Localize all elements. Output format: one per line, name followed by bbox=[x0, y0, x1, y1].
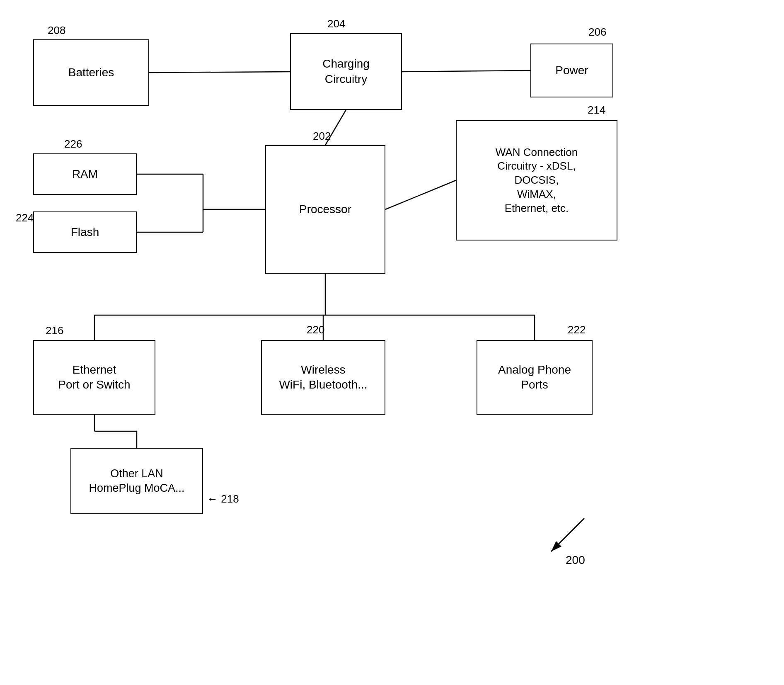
processor-ref: 202 bbox=[313, 130, 331, 143]
analog-label: Analog PhonePorts bbox=[498, 362, 571, 393]
wan-label: WAN ConnectionCircuitry - xDSL,DOCSIS,Wi… bbox=[496, 146, 578, 216]
ethernet-ref: 216 bbox=[46, 324, 63, 337]
diagram-container: Batteries 208 ChargingCircuitry 204 Powe… bbox=[0, 0, 784, 685]
batteries-label: Batteries bbox=[68, 65, 114, 80]
flash-label: Flash bbox=[71, 225, 99, 240]
processor-box: Processor bbox=[265, 145, 385, 274]
svg-line-8 bbox=[385, 180, 456, 209]
other-lan-ref: ← 218 bbox=[207, 493, 239, 505]
power-ref: 206 bbox=[588, 26, 606, 39]
ethernet-label: EthernetPort or Switch bbox=[58, 362, 130, 393]
other-lan-label: Other LANHomePlug MoCA... bbox=[89, 466, 184, 496]
ram-box: RAM bbox=[33, 153, 137, 195]
flash-box: Flash bbox=[33, 211, 137, 253]
analog-box: Analog PhonePorts bbox=[477, 340, 593, 415]
charging-box: ChargingCircuitry bbox=[290, 33, 402, 110]
wireless-label: WirelessWiFi, Bluetooth... bbox=[279, 362, 367, 393]
power-label: Power bbox=[555, 63, 588, 78]
diagram-ref-arrow: 200 bbox=[543, 510, 593, 561]
wireless-ref: 220 bbox=[307, 323, 324, 336]
wan-ref: 214 bbox=[588, 104, 605, 117]
ram-label: RAM bbox=[72, 167, 98, 182]
diagram-ref-number: 200 bbox=[566, 554, 585, 567]
charging-label: ChargingCircuitry bbox=[322, 56, 370, 87]
batteries-box: Batteries bbox=[33, 39, 149, 106]
svg-line-1 bbox=[402, 70, 530, 72]
processor-label: Processor bbox=[299, 202, 351, 217]
wan-box: WAN ConnectionCircuitry - xDSL,DOCSIS,Wi… bbox=[456, 120, 617, 240]
svg-line-0 bbox=[149, 72, 290, 73]
analog-ref: 222 bbox=[568, 323, 586, 336]
power-box: Power bbox=[530, 44, 613, 97]
other-lan-box: Other LANHomePlug MoCA... bbox=[70, 448, 203, 514]
wireless-box: WirelessWiFi, Bluetooth... bbox=[261, 340, 385, 415]
ethernet-box: EthernetPort or Switch bbox=[33, 340, 155, 415]
flash-ref: 224 bbox=[16, 211, 34, 224]
batteries-ref: 208 bbox=[48, 24, 65, 37]
ram-ref: 226 bbox=[64, 138, 82, 151]
charging-ref: 204 bbox=[327, 17, 345, 30]
arrow-svg bbox=[543, 510, 593, 560]
